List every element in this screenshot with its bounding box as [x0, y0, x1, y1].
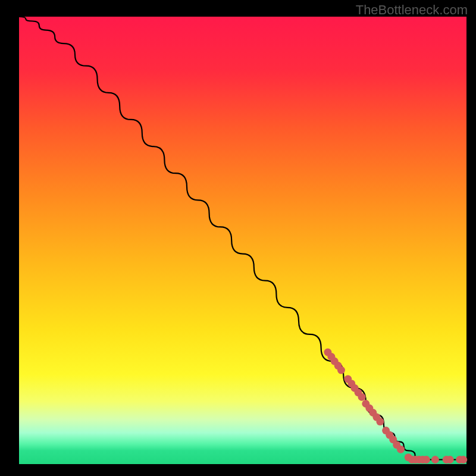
plot-area	[19, 17, 466, 464]
data-dot	[337, 367, 345, 374]
data-dot	[431, 456, 439, 464]
data-dot	[397, 446, 405, 453]
watermark-text: TheBottleneck.com	[356, 2, 468, 18]
data-dot	[422, 456, 430, 464]
data-dot	[358, 393, 366, 401]
data-dot	[459, 456, 467, 464]
chart-container: TheBottleneck.com	[0, 0, 476, 476]
chart-svg	[0, 0, 476, 476]
data-dot	[376, 418, 384, 425]
data-dot	[446, 456, 454, 464]
